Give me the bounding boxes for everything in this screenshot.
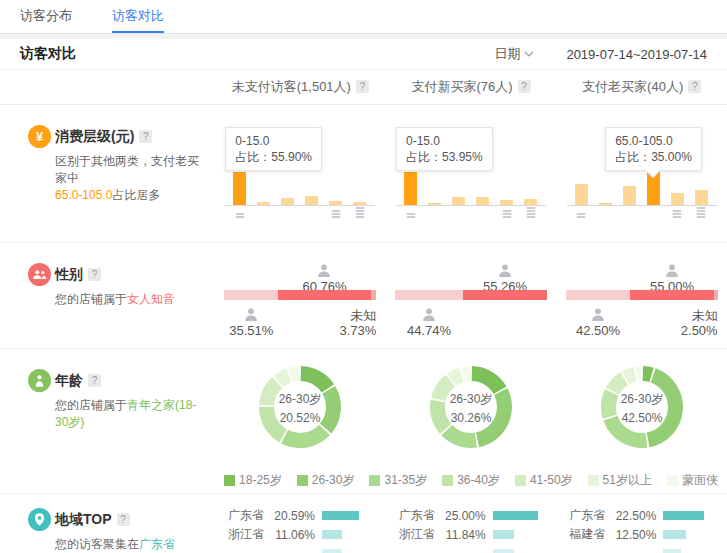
- page-title: 访客对比: [20, 45, 76, 63]
- coin-stack-icon: [502, 210, 511, 218]
- bar[interactable]: [233, 172, 246, 205]
- coin-stack-icon: [526, 207, 535, 218]
- legend-label: 26-30岁: [312, 472, 355, 489]
- help-icon[interactable]: ?: [88, 268, 101, 281]
- bar[interactable]: [524, 199, 537, 205]
- region-bar: [663, 549, 681, 553]
- coin-stack-icon: [406, 213, 415, 218]
- region-row: [399, 544, 557, 553]
- region-row: [569, 544, 727, 553]
- bar[interactable]: [452, 197, 465, 205]
- donut-slice[interactable]: [320, 386, 341, 434]
- tab-visitor-distribution[interactable]: 访客分布: [20, 0, 72, 33]
- region-bar: [493, 511, 538, 520]
- region-chart-repeat-buyers: 广东省22.50%福建省12.50%: [556, 506, 727, 553]
- region-bar: [493, 530, 514, 539]
- donut-slice[interactable]: [281, 425, 330, 448]
- column-header-label: 支付老买家(40人): [582, 79, 683, 94]
- bar[interactable]: [671, 193, 684, 205]
- help-icon[interactable]: ?: [518, 80, 531, 93]
- column-header-repeat-buyers: 支付老买家(40人)?: [556, 78, 727, 96]
- section-title: 地域TOP: [55, 511, 112, 527]
- legend-item[interactable]: 蒙面侠: [667, 472, 718, 489]
- legend-label: 51岁以上: [603, 472, 652, 489]
- date-range-value[interactable]: 2019-07-14~2019-07-14: [566, 47, 707, 62]
- female-icon: [498, 263, 513, 278]
- bar-group: [567, 169, 717, 206]
- bar[interactable]: [476, 197, 489, 205]
- column-headers: 未支付访客(1,501人)? 支付新买家(76人)? 支付老买家(40人)?: [0, 70, 727, 105]
- gender-bar[interactable]: [224, 290, 376, 300]
- axis-icons: [396, 207, 546, 219]
- bar[interactable]: [500, 200, 513, 205]
- gender-chart-repeat-buyers: 55.00%42.50%未知2.50%: [566, 263, 718, 347]
- age-donut-chart-unpaid: 26-30岁20.52%: [258, 365, 342, 449]
- bar[interactable]: [305, 196, 318, 205]
- section-gender: 性别? 您的店铺属于女人知音 60.76%35.51%未知3.73% 55.26…: [0, 243, 727, 349]
- coin-stack-icon: [697, 207, 706, 218]
- column-header-unpaid-visitors: 未支付访客(1,501人)?: [215, 78, 386, 96]
- donut-slice[interactable]: [301, 366, 334, 393]
- help-icon[interactable]: ?: [139, 130, 152, 143]
- region-chart-new-buyers: 广东省25.00%浙江省11.84%: [386, 506, 557, 553]
- region-row: 福建省12.50%: [569, 525, 727, 544]
- male-percentage: 35.51%: [229, 323, 273, 338]
- region-name: 福建省: [569, 526, 609, 543]
- donut-center-label: 26-30岁: [620, 392, 663, 406]
- bar[interactable]: [257, 202, 270, 205]
- bar[interactable]: [281, 198, 294, 205]
- donut-slice[interactable]: [601, 389, 619, 418]
- donut-slice[interactable]: [441, 425, 477, 448]
- bar[interactable]: [575, 184, 588, 205]
- female-icon: [317, 263, 332, 278]
- unknown-percentage: 3.73%: [339, 323, 376, 338]
- section-title: 消费层级(元): [55, 128, 134, 144]
- legend-label: 31-35岁: [384, 472, 427, 489]
- legend-swatch: [297, 475, 308, 486]
- bar[interactable]: [623, 186, 636, 205]
- region-percentage: 11.06%: [268, 528, 315, 542]
- chart-tooltip: 0-15.0 占比：55.90%: [225, 127, 322, 171]
- bar[interactable]: [329, 201, 342, 205]
- legend-item[interactable]: 31-35岁: [369, 472, 427, 489]
- help-icon[interactable]: ?: [688, 80, 701, 93]
- donut-slice[interactable]: [472, 366, 507, 394]
- bar-group: [396, 169, 546, 206]
- region-bar: [493, 549, 515, 553]
- female-icon: [665, 263, 680, 278]
- section-description: 您的访客聚集在广东省: [55, 536, 207, 553]
- help-icon[interactable]: ?: [356, 80, 369, 93]
- bar[interactable]: [428, 203, 441, 205]
- bar[interactable]: [695, 190, 708, 205]
- help-icon[interactable]: ?: [117, 513, 130, 526]
- donut-slice[interactable]: [635, 366, 641, 381]
- gender-bar[interactable]: [566, 290, 718, 300]
- region-percentage: 12.50%: [609, 528, 656, 542]
- bar[interactable]: [404, 172, 417, 205]
- consumption-bar-chart-new-buyers: 0-15.0 占比：53.95%: [396, 127, 546, 219]
- section-description: 您的店铺属于青年之家(18-30岁): [55, 397, 207, 431]
- help-icon[interactable]: ?: [88, 374, 101, 387]
- legend-swatch: [442, 475, 453, 486]
- donut-center-label: 42.50%: [621, 411, 662, 425]
- gender-chart-new-buyers: 55.26%44.74%: [395, 263, 547, 347]
- tab-visitor-comparison[interactable]: 访客对比: [112, 0, 164, 33]
- section-region-top: 地域TOP? 您的访客聚集在广东省 广东省20.59%浙江省11.06% 广东省…: [0, 494, 727, 553]
- date-dropdown[interactable]: 日期: [494, 45, 534, 63]
- bar[interactable]: [353, 202, 366, 205]
- legend-item[interactable]: 51岁以上: [588, 472, 652, 489]
- legend-item[interactable]: 18-25岁: [224, 472, 282, 489]
- legend-swatch: [515, 475, 526, 486]
- region-row: 广东省22.50%: [569, 506, 727, 525]
- donut-slice[interactable]: [430, 400, 451, 434]
- bar[interactable]: [599, 203, 612, 205]
- legend-item[interactable]: 41-50岁: [515, 472, 573, 489]
- legend-item[interactable]: 36-40岁: [442, 472, 500, 489]
- legend-item[interactable]: 26-30岁: [297, 472, 355, 489]
- male-percentage: 42.50%: [576, 323, 620, 338]
- donut-slice[interactable]: [646, 368, 682, 447]
- age-legend: 18-25岁26-30岁31-35岁36-40岁41-50岁51岁以上蒙面侠: [215, 467, 727, 493]
- axis-icons: [567, 207, 717, 219]
- coin-stack-icon: [331, 210, 340, 218]
- gender-bar[interactable]: [395, 290, 547, 300]
